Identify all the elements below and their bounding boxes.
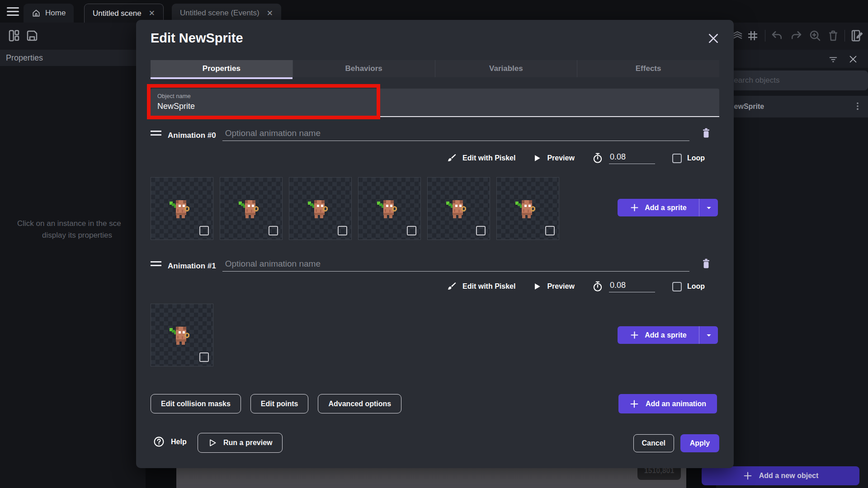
redo-icon[interactable] bbox=[789, 29, 803, 42]
add-sprite-split-button: Add a sprite bbox=[618, 199, 718, 216]
plus-icon bbox=[630, 203, 639, 212]
drag-handle-icon[interactable] bbox=[151, 131, 161, 138]
pig-sprite-image bbox=[167, 322, 193, 346]
delete-animation-icon[interactable] bbox=[700, 127, 712, 139]
tab-effects[interactable]: Effects bbox=[577, 60, 719, 77]
tab-behaviors[interactable]: Behaviors bbox=[293, 60, 435, 77]
undo-icon[interactable] bbox=[770, 29, 784, 42]
play-icon bbox=[533, 282, 542, 291]
dialog-title: Edit NewSprite bbox=[151, 31, 243, 46]
animation-1-header: Animation #1 bbox=[151, 255, 719, 272]
properties-panel-title: Properties bbox=[0, 50, 146, 66]
close-tab-icon[interactable]: ✕ bbox=[149, 9, 155, 18]
animation-name-input[interactable] bbox=[222, 128, 689, 141]
scene-canvas[interactable] bbox=[176, 468, 686, 488]
add-animation-button[interactable]: Add an animation bbox=[618, 394, 717, 413]
edit-collision-masks-button[interactable]: Edit collision masks bbox=[151, 394, 241, 413]
plus-icon bbox=[629, 399, 639, 409]
toolbar-divider bbox=[765, 30, 765, 42]
tab-label: Untitled scene (Events) bbox=[180, 9, 259, 18]
tab-variables[interactable]: Variables bbox=[435, 60, 578, 77]
advanced-options-button[interactable]: Advanced options bbox=[318, 394, 401, 413]
edit-with-piskel-button[interactable]: Edit with Piskel bbox=[446, 153, 515, 164]
frame-checkbox[interactable] bbox=[407, 226, 416, 235]
preview-button[interactable]: Preview bbox=[533, 154, 574, 163]
animation-0-header: Animation #0 bbox=[151, 125, 719, 141]
sprite-frame[interactable] bbox=[220, 177, 283, 240]
top-tab-bar: Home Untitled scene ✕ Untitled scene (Ev… bbox=[0, 0, 868, 23]
menu-icon[interactable] bbox=[7, 7, 19, 16]
add-sprite-dropdown-button[interactable] bbox=[699, 199, 718, 216]
add-sprite-button[interactable]: Add a sprite bbox=[618, 199, 699, 216]
animation-title: Animation #0 bbox=[168, 131, 216, 141]
object-list-item[interactable]: NewSprite bbox=[716, 96, 868, 117]
trash-icon[interactable] bbox=[826, 29, 840, 42]
frame-checkbox[interactable] bbox=[199, 352, 209, 362]
animation-0-tools: Edit with Piskel Preview Loop bbox=[446, 150, 705, 166]
properties-panel: Properties bbox=[0, 50, 146, 488]
dialog-footer: Help Run a preview Cancel Apply bbox=[151, 433, 719, 453]
timer-icon bbox=[592, 281, 604, 292]
sprite-frame[interactable] bbox=[496, 177, 559, 240]
drag-handle-icon[interactable] bbox=[151, 261, 161, 268]
close-panel-icon[interactable] bbox=[848, 54, 858, 64]
chevron-down-icon bbox=[705, 204, 712, 211]
open-panels-icon[interactable] bbox=[7, 29, 21, 42]
brush-icon bbox=[446, 281, 457, 292]
sprite-frame[interactable] bbox=[289, 177, 352, 240]
toolbar-divider bbox=[844, 30, 845, 42]
sprite-frame[interactable] bbox=[427, 177, 490, 240]
preview-button[interactable]: Preview bbox=[533, 282, 574, 291]
annotation-highlight-box bbox=[147, 84, 380, 119]
cancel-button[interactable]: Cancel bbox=[633, 434, 674, 452]
dialog-tab-bar: Properties Behaviors Variables Effects bbox=[151, 60, 719, 77]
pig-sprite-image bbox=[375, 196, 401, 220]
apply-button[interactable]: Apply bbox=[680, 434, 719, 452]
grid-icon[interactable] bbox=[746, 29, 760, 42]
filter-icon[interactable] bbox=[828, 54, 838, 64]
home-icon bbox=[32, 9, 41, 18]
objects-panel: NewSprite Add a new object bbox=[716, 50, 868, 488]
edit-scene-properties-icon[interactable] bbox=[850, 29, 863, 42]
brush-icon bbox=[446, 153, 457, 164]
add-sprite-dropdown-button[interactable] bbox=[699, 326, 718, 344]
animation-name-input[interactable] bbox=[222, 259, 689, 272]
loop-checkbox[interactable] bbox=[672, 282, 682, 291]
kebab-menu-icon[interactable] bbox=[853, 101, 863, 111]
loop-checkbox[interactable] bbox=[672, 154, 682, 163]
frame-checkbox[interactable] bbox=[338, 226, 347, 235]
save-icon[interactable] bbox=[25, 29, 39, 42]
advanced-actions-row: Edit collision masks Edit points Advance… bbox=[151, 394, 401, 413]
tab-properties[interactable]: Properties bbox=[151, 60, 293, 77]
sprite-frame-list bbox=[151, 177, 559, 240]
sprite-frame[interactable] bbox=[151, 304, 213, 366]
tab-label: Home bbox=[45, 9, 66, 18]
edit-points-button[interactable]: Edit points bbox=[250, 394, 309, 413]
time-between-frames-input[interactable] bbox=[609, 152, 655, 164]
help-icon bbox=[153, 436, 165, 447]
play-outline-icon bbox=[208, 438, 217, 447]
frame-checkbox[interactable] bbox=[476, 226, 486, 235]
frame-checkbox[interactable] bbox=[269, 226, 278, 235]
run-preview-button[interactable]: Run a preview bbox=[198, 433, 283, 453]
zoom-in-icon[interactable] bbox=[808, 29, 822, 42]
timer-icon bbox=[592, 152, 604, 164]
pig-sprite-image bbox=[444, 196, 470, 220]
close-dialog-icon[interactable] bbox=[707, 32, 720, 45]
animation-title: Animation #1 bbox=[168, 262, 216, 272]
frame-checkbox[interactable] bbox=[545, 226, 555, 235]
edit-with-piskel-button[interactable]: Edit with Piskel bbox=[446, 281, 515, 292]
tab-label: Untitled scene bbox=[93, 9, 142, 18]
sprite-frame[interactable] bbox=[151, 177, 213, 240]
edit-object-dialog: Edit NewSprite Properties Behaviors Vari… bbox=[136, 20, 734, 468]
search-objects-input[interactable] bbox=[722, 70, 868, 90]
sprite-frame[interactable] bbox=[358, 177, 421, 240]
help-button[interactable]: Help bbox=[153, 436, 187, 447]
close-tab-icon[interactable]: ✕ bbox=[267, 9, 273, 18]
add-sprite-button[interactable]: Add a sprite bbox=[618, 326, 699, 344]
add-new-object-button[interactable]: Add a new object bbox=[702, 466, 859, 485]
time-between-frames-input[interactable] bbox=[609, 281, 655, 292]
frame-checkbox[interactable] bbox=[199, 226, 209, 235]
delete-animation-icon[interactable] bbox=[700, 257, 712, 270]
tab-home[interactable]: Home bbox=[24, 4, 74, 23]
